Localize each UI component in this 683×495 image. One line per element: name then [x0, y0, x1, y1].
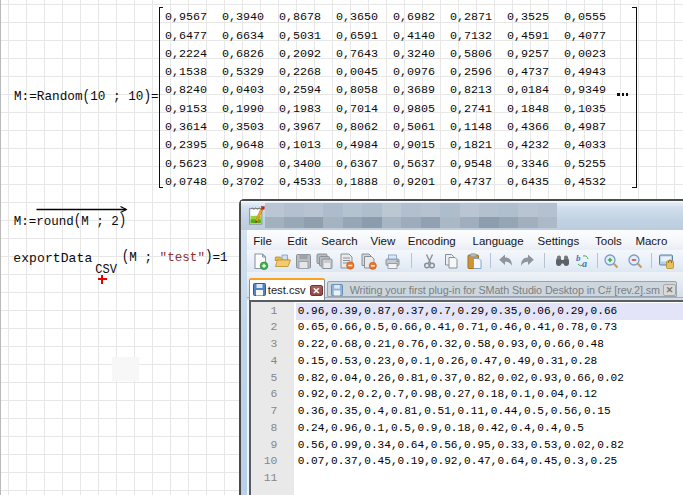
svg-text:a: a — [582, 258, 587, 269]
svg-text:b: b — [576, 253, 581, 263]
